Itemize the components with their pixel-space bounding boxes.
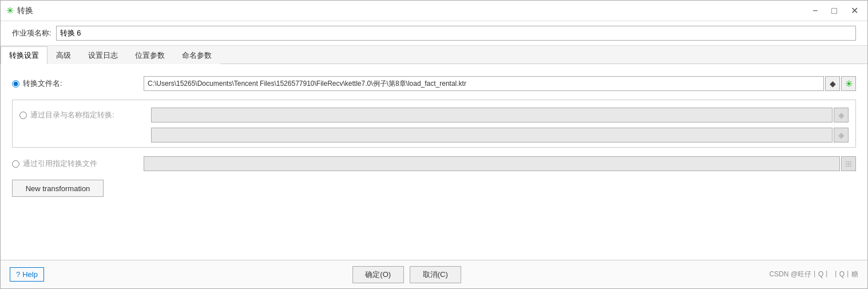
option3-label[interactable]: 通过引用指定转换文件: [12, 159, 138, 169]
window-icon: ✳: [6, 5, 14, 16]
maximize-button[interactable]: □: [828, 5, 841, 17]
help-button[interactable]: ? Help: [10, 267, 44, 282]
diamond-icon-3: ◆: [838, 130, 845, 140]
option1-browse-button[interactable]: ◆: [825, 76, 840, 91]
option2-input-group1: ◆: [151, 108, 849, 122]
title-bar-left: ✳ 转换: [6, 5, 33, 16]
tab-position-params[interactable]: 位置参数: [126, 46, 173, 64]
option3-input-group: ⊞: [144, 156, 856, 171]
title-bar-controls: − □ ✕: [809, 5, 862, 17]
option2-dir-input: [151, 108, 833, 122]
title-bar: ✳ 转换 − □ ✕: [1, 1, 867, 21]
job-name-input[interactable]: [56, 26, 856, 41]
option2-row1: 通过目录与名称指定转换: ◆: [19, 105, 849, 125]
option2-group: 通过目录与名称指定转换: ◆ ◆: [12, 100, 856, 148]
new-transformation-button[interactable]: New transformation: [12, 180, 104, 197]
option1-input-group: ◆ ✳: [144, 76, 856, 91]
option2-radio[interactable]: [19, 112, 27, 119]
option3-ref-input: [144, 156, 840, 171]
option1-radio[interactable]: [12, 80, 19, 88]
tab-advanced[interactable]: 高级: [47, 46, 80, 64]
footer: ? Help 确定(O) 取消(C) CSDN @旺仔丨Q丨 丨Q丨糖: [1, 260, 867, 288]
close-button[interactable]: ✕: [847, 5, 862, 17]
tab-transform-settings[interactable]: 转换设置: [1, 46, 47, 64]
content-area: 转换文件名: ◆ ✳ 通过目录与名称指定转换:: [1, 64, 867, 260]
help-label: Help: [22, 270, 38, 279]
option3-row: 通过引用指定转换文件 ⊞: [12, 153, 856, 174]
option1-label[interactable]: 转换文件名:: [12, 78, 138, 89]
option2-input-group2: ◆: [151, 128, 849, 142]
option1-action-button[interactable]: ✳: [841, 76, 856, 91]
cross-icon: ✳: [845, 78, 853, 89]
confirm-button[interactable]: 确定(O): [352, 266, 404, 283]
job-name-row: 作业项名称:: [1, 21, 867, 46]
option2-browse-button2: ◆: [834, 128, 849, 142]
option3-label-text: 通过引用指定转换文件: [23, 159, 97, 169]
diamond-icon-2: ◆: [838, 110, 845, 120]
option3-action-button: ⊞: [841, 156, 856, 171]
footer-watermark: CSDN @旺仔丨Q丨 丨Q丨糖: [769, 270, 858, 279]
diamond-icon: ◆: [830, 79, 836, 88]
tabs-bar: 转换设置 高级 设置日志 位置参数 命名参数: [1, 46, 867, 64]
main-window: ✳ 转换 − □ ✕ 作业项名称: 转换设置 高级 设置日志 位置参数 命名参数…: [0, 0, 868, 289]
minimize-button[interactable]: −: [809, 5, 821, 17]
new-transformation-container: New transformation: [12, 180, 856, 197]
option1-file-input[interactable]: [144, 76, 824, 91]
tab-log-settings[interactable]: 设置日志: [80, 46, 126, 64]
option2-row2: ◆: [19, 128, 849, 142]
option1-row: 转换文件名: ◆ ✳: [12, 73, 856, 94]
option3-radio[interactable]: [12, 160, 19, 168]
job-name-label: 作业项名称:: [12, 28, 51, 38]
option2-name-input: [151, 128, 833, 142]
option2-browse-button1: ◆: [834, 108, 849, 122]
window-title: 转换: [17, 6, 33, 16]
option2-label-text: 通过目录与名称指定转换:: [30, 110, 114, 120]
grid-icon: ⊞: [845, 159, 852, 168]
cancel-button[interactable]: 取消(C): [410, 266, 461, 283]
help-icon: ?: [16, 270, 20, 279]
footer-center: 确定(O) 取消(C): [352, 266, 461, 283]
tab-named-params[interactable]: 命名参数: [173, 46, 220, 64]
option2-label[interactable]: 通过目录与名称指定转换:: [19, 110, 145, 120]
option1-label-text: 转换文件名:: [23, 78, 62, 89]
